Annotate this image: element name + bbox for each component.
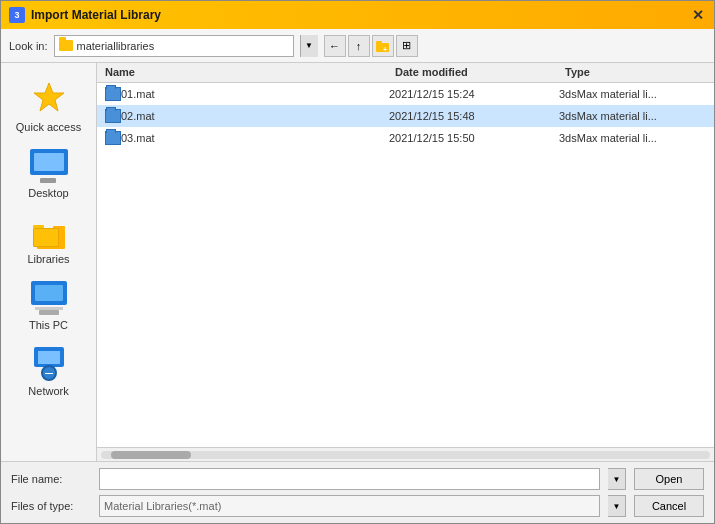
file-icon: [105, 109, 121, 123]
file-list-header: Name Date modified Type: [97, 63, 714, 83]
sidebar-item-label-quick-access: Quick access: [16, 121, 81, 133]
title-bar: 3 Import Material Library ✕: [1, 1, 714, 29]
filename-row: File name: ▼ Open: [11, 468, 704, 490]
network-icon: [29, 347, 69, 381]
this-pc-icon: [29, 281, 69, 315]
file-icon: [105, 131, 121, 145]
filename-label: File name:: [11, 473, 91, 485]
app-icon: 3: [9, 7, 25, 23]
sidebar-item-label-network: Network: [28, 385, 68, 397]
import-material-library-dialog: 3 Import Material Library ✕ Look in: mat…: [0, 0, 715, 524]
title-bar-left: 3 Import Material Library: [9, 7, 161, 23]
svg-rect-1: [376, 41, 382, 44]
sidebar-item-network[interactable]: Network: [4, 339, 94, 405]
file-name: 03.mat: [121, 132, 389, 144]
bottom-bar: File name: ▼ Open Files of type: Materia…: [1, 461, 714, 523]
filetype-dropdown[interactable]: ▼: [608, 495, 626, 517]
filetype-value: Material Libraries(*.mat): [104, 500, 221, 512]
file-date: 2021/12/15 15:48: [389, 110, 559, 122]
column-date: Date modified: [395, 66, 565, 79]
svg-marker-3: [34, 83, 64, 111]
toolbar: Look in: materiallibraries ▼ ← ↑ + ⊞: [1, 29, 714, 63]
file-type: 3dsMax material li...: [559, 88, 706, 100]
folder-icon: [59, 40, 73, 51]
file-list: 01.mat 2021/12/15 15:24 3dsMax material …: [97, 83, 714, 447]
file-name: 01.mat: [121, 88, 389, 100]
cancel-button[interactable]: Cancel: [634, 495, 704, 517]
content-area: Quick access Desktop: [1, 63, 714, 461]
file-date: 2021/12/15 15:50: [389, 132, 559, 144]
sidebar-item-this-pc[interactable]: This PC: [4, 273, 94, 339]
dialog-title: Import Material Library: [31, 8, 161, 22]
table-row[interactable]: 03.mat 2021/12/15 15:50 3dsMax material …: [97, 127, 714, 149]
toolbar-buttons: ← ↑ + ⊞: [324, 35, 418, 57]
lookin-label: Look in:: [9, 40, 48, 52]
lookin-dropdown-arrow[interactable]: ▼: [300, 35, 318, 57]
lookin-value: materiallibraries: [77, 40, 289, 52]
file-icon: [105, 87, 121, 101]
horizontal-scrollbar-area: [97, 447, 714, 461]
back-button[interactable]: ←: [324, 35, 346, 57]
filetype-label: Files of type:: [11, 500, 91, 512]
filename-input[interactable]: [99, 468, 600, 490]
up-button[interactable]: ↑: [348, 35, 370, 57]
file-name: 02.mat: [121, 110, 389, 122]
sidebar-item-libraries[interactable]: Libraries: [4, 207, 94, 273]
scrollbar-thumb[interactable]: [111, 451, 191, 459]
filename-dropdown[interactable]: ▼: [608, 468, 626, 490]
filetype-display: Material Libraries(*.mat): [99, 495, 600, 517]
sidebar: Quick access Desktop: [1, 63, 97, 461]
horizontal-scrollbar[interactable]: [101, 451, 710, 459]
libraries-icon: [29, 215, 69, 249]
sidebar-item-label-libraries: Libraries: [27, 253, 69, 265]
newfolder-button[interactable]: +: [372, 35, 394, 57]
filetype-row: Files of type: Material Libraries(*.mat)…: [11, 495, 704, 517]
table-row[interactable]: 02.mat 2021/12/15 15:48 3dsMax material …: [97, 105, 714, 127]
desktop-icon: [29, 149, 69, 183]
view-button[interactable]: ⊞: [396, 35, 418, 57]
main-panel: Name Date modified Type 01.mat 2021/12/1…: [97, 63, 714, 461]
svg-text:+: +: [383, 46, 387, 52]
sidebar-item-label-this-pc: This PC: [29, 319, 68, 331]
quick-access-icon: [30, 79, 68, 117]
column-type: Type: [565, 66, 706, 79]
close-button[interactable]: ✕: [690, 7, 706, 23]
file-date: 2021/12/15 15:24: [389, 88, 559, 100]
sidebar-item-desktop[interactable]: Desktop: [4, 141, 94, 207]
sidebar-item-label-desktop: Desktop: [28, 187, 68, 199]
file-type: 3dsMax material li...: [559, 132, 706, 144]
sidebar-item-quick-access[interactable]: Quick access: [4, 71, 94, 141]
open-button[interactable]: Open: [634, 468, 704, 490]
file-type: 3dsMax material li...: [559, 110, 706, 122]
column-name: Name: [105, 66, 395, 79]
lookin-input-container: materiallibraries: [54, 35, 294, 57]
table-row[interactable]: 01.mat 2021/12/15 15:24 3dsMax material …: [97, 83, 714, 105]
